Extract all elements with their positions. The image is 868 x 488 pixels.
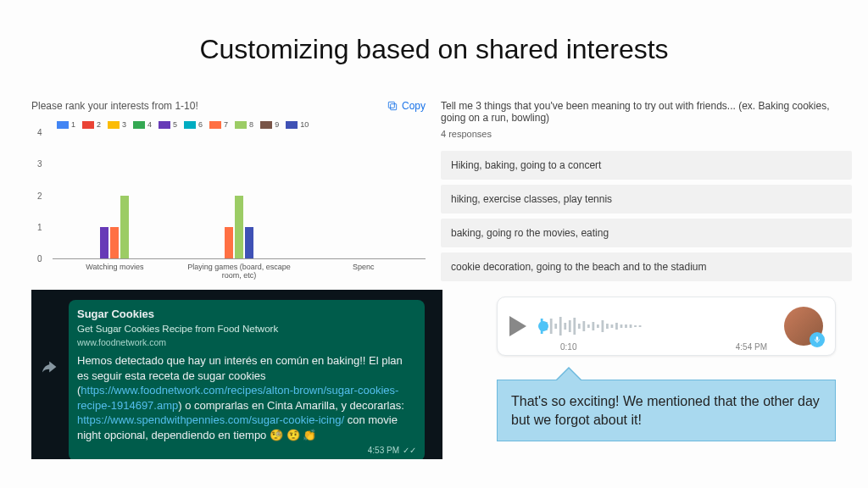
responses-count: 4 responses [441,129,852,139]
response-row: baking, going ro the movies, eating [441,219,852,247]
forward-icon[interactable] [42,358,60,376]
read-ticks-icon: ✓✓ [403,445,416,457]
copy-icon [387,100,398,112]
svg-rect-19 [625,324,627,328]
svg-rect-14 [602,320,604,332]
mic-icon [810,332,825,347]
whatsapp-panel: Sugar Cookies Get Sugar Cookies Recipe f… [31,290,442,459]
bar-cluster [177,132,302,258]
legend-item: 4 [133,120,152,129]
chart-legend: 12345678910 [57,120,426,129]
waveform[interactable] [538,309,772,343]
svg-rect-15 [606,324,609,329]
ytick: 2 [37,191,42,200]
link-preview-subtitle: Get Sugar Cookies Recipe from Food Netwo… [77,323,416,336]
voice-timestamp: 4:54 PM [736,342,767,352]
svg-rect-1 [388,102,394,108]
bar [235,196,243,259]
svg-rect-17 [615,323,618,330]
bar [100,227,108,258]
response-row: Hiking, baking, going to a concert [441,151,852,180]
legend-item: 10 [286,120,309,129]
sender-avatar[interactable] [784,307,823,346]
xlabel: Spenc [301,259,426,280]
legend-item: 8 [235,120,253,129]
chart-panel: Please rank your interests from 1-10! Co… [31,100,426,280]
xlabel: Playing games (board, escape room, etc) [177,259,302,280]
play-button[interactable] [509,316,526,336]
ytick: 3 [37,159,42,169]
chart-xlabels: Watching moviesPlaying games (board, esc… [53,259,426,280]
message-timestamp: 4:53 PM✓✓ [77,445,416,457]
bar-cluster [53,132,177,258]
svg-rect-4 [554,324,557,329]
chat-bubble: Sugar Cookies Get Sugar Cookies Recipe f… [69,300,425,459]
responses-question: Tell me 3 things that you've been meanin… [441,100,852,124]
svg-rect-11 [587,324,590,328]
bar-cluster [301,132,426,258]
legend-item: 2 [82,120,101,129]
bar [120,196,129,259]
link-preview-domain: www.foodnetwork.com [77,336,416,348]
svg-rect-8 [573,318,576,335]
bar [225,227,233,258]
bar [110,227,119,258]
svg-rect-5 [559,317,562,336]
svg-rect-20 [630,324,632,328]
legend-item: 7 [209,120,228,129]
legend-item: 9 [260,120,279,129]
legend-item: 5 [159,120,177,129]
voice-note: 0:10 4:54 PM [497,297,836,356]
speech-callout: That's so exciting! We mentioned that th… [497,380,836,441]
ytick: 1 [37,222,42,231]
svg-rect-6 [564,323,566,330]
responses-panel: Tell me 3 things that you've been meanin… [441,100,852,286]
slide-title: Customizing based on shared interests [0,34,868,65]
svg-rect-3 [550,319,553,334]
legend-item: 1 [57,120,75,129]
ytick: 4 [37,128,42,137]
playhead-icon[interactable] [538,321,548,331]
svg-rect-21 [634,325,637,327]
voice-elapsed: 0:10 [560,342,576,352]
svg-rect-22 [639,325,642,327]
chart-question: Please rank your interests from 1-10! [31,100,198,112]
svg-rect-18 [620,324,623,328]
link-preview-title: Sugar Cookies [77,307,416,322]
legend-item: 6 [184,120,203,129]
recipe-link-2[interactable]: https://www.spendwithpennies.com/sugar-c… [77,413,344,426]
svg-rect-13 [597,324,599,328]
xlabel: Watching movies [53,259,177,280]
response-row: cookie decoration, going to the beach an… [441,252,852,281]
bar [245,227,253,258]
svg-rect-10 [582,321,585,331]
message-text: Hemos detectado que hay un interés en co… [77,353,416,442]
legend-item: 3 [108,120,126,129]
svg-rect-12 [592,322,594,330]
svg-rect-16 [611,324,614,328]
copy-button[interactable]: Copy [387,100,426,112]
response-row: hiking, exercise classes, play tennis [441,185,852,214]
copy-label: Copy [402,100,426,112]
ytick: 0 [37,254,42,263]
svg-rect-0 [391,104,397,110]
svg-rect-7 [569,320,571,332]
chart-axes: 01234 [53,132,426,259]
svg-rect-9 [578,324,581,329]
